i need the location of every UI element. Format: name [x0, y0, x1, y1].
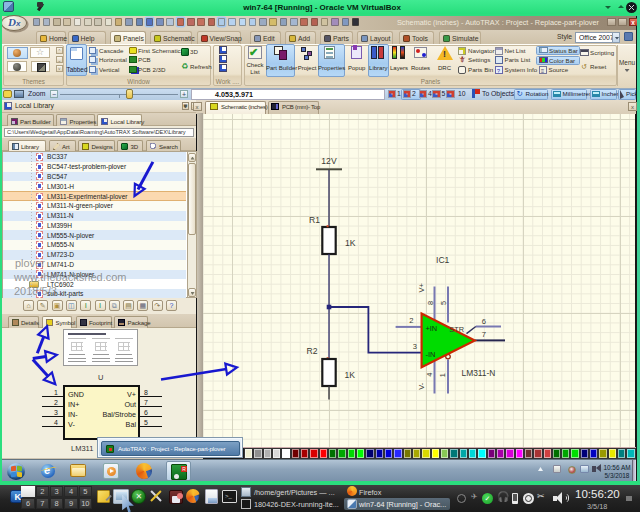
- svg-text:5: 5: [439, 301, 448, 305]
- svg-text:STR: STR: [449, 325, 464, 334]
- svg-text:R2: R2: [307, 346, 318, 356]
- svg-text:V+: V+: [417, 283, 426, 292]
- svg-text:3: 3: [413, 342, 417, 351]
- svg-text:1: 1: [438, 373, 447, 377]
- svg-text:7: 7: [482, 330, 486, 339]
- svg-text:4: 4: [425, 373, 434, 377]
- svg-text:V-: V-: [417, 382, 426, 390]
- svg-text:6: 6: [482, 317, 486, 326]
- svg-text:+IN: +IN: [426, 324, 438, 333]
- svg-text:1K: 1K: [345, 238, 356, 248]
- svg-text:-IN: -IN: [426, 350, 436, 359]
- svg-text:2: 2: [409, 316, 413, 325]
- svg-text:IC1: IC1: [436, 255, 450, 265]
- svg-text:1K: 1K: [345, 370, 356, 380]
- svg-text:LM311-N: LM311-N: [462, 368, 496, 378]
- svg-text:12V: 12V: [321, 156, 337, 166]
- svg-text:8: 8: [426, 301, 435, 305]
- svg-text:R1: R1: [309, 215, 320, 225]
